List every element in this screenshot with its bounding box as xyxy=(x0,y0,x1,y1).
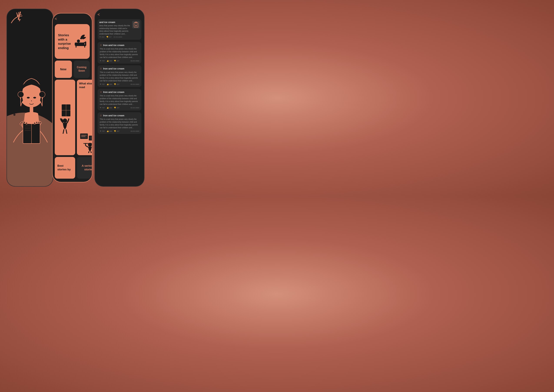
time-2: 00.00.0000 xyxy=(130,107,139,109)
surprise-illustration xyxy=(71,33,88,50)
dislikes-0: 👎 157 xyxy=(114,60,120,62)
svg-rect-27 xyxy=(85,42,86,46)
views-0: 👁 757 xyxy=(100,60,105,62)
svg-point-12 xyxy=(31,100,32,102)
story-desc-2: This is a sad story that poses very clea… xyxy=(100,94,139,105)
phone-left xyxy=(7,9,53,187)
story-top-icon xyxy=(132,21,140,28)
svg-rect-29 xyxy=(84,46,85,48)
time-3: 00.00.0000 xyxy=(130,130,139,132)
svg-point-18 xyxy=(40,122,42,124)
dislikes-2: 👎 157 xyxy=(114,107,120,109)
story-desc-3: This is a sad story that poses very clea… xyxy=(100,118,139,129)
svg-point-34 xyxy=(63,119,67,123)
card-new[interactable]: New xyxy=(55,61,72,78)
clipboard-icon xyxy=(134,22,138,28)
story-card-1[interactable]: ☆ Iron and ice cream This is a sad story… xyxy=(98,65,141,87)
svg-point-20 xyxy=(36,122,38,123)
card-new-label: New xyxy=(60,68,66,71)
story-list: ☆ Iron and ice cream This is a sad story… xyxy=(98,42,141,136)
story-title-row-3: ☆ Iron and ice cream xyxy=(100,114,139,117)
story-title-1: Iron and ice cream xyxy=(103,67,124,70)
card-surprise-title: Stories with a surprise ending xyxy=(58,33,71,50)
card-best-label: Best stories by xyxy=(57,164,72,171)
story-item-top[interactable]: and ice cream story that poses very clea… xyxy=(98,19,141,40)
card-coming-soon-label: Coming Soon xyxy=(74,66,90,72)
story-stats-0: 👁 757 👍 600 👎 157 00.00.0000 xyxy=(100,60,139,62)
svg-point-30 xyxy=(77,40,80,42)
svg-point-16 xyxy=(24,122,25,123)
dislikes-1: 👎 157 xyxy=(114,83,120,85)
card-surprise[interactable]: Stories with a surprise ending xyxy=(55,24,90,59)
views-2: 👁 757 xyxy=(100,107,105,109)
svg-point-15 xyxy=(21,122,23,124)
svg-point-19 xyxy=(38,122,40,123)
story-title-0: Iron and ice cream xyxy=(103,44,124,46)
cards-main-row: Best stories by What else to read xyxy=(55,80,90,179)
card-whatelse-label: What else to read xyxy=(79,82,92,89)
star-icon-0: ☆ xyxy=(100,44,102,47)
likes-0: 👍 600 xyxy=(107,60,112,62)
svg-point-10 xyxy=(27,97,30,99)
card-best-stories[interactable]: Best stories by xyxy=(55,157,75,179)
story-title-3: Iron and ice cream xyxy=(103,114,124,117)
card-coming-soon[interactable]: Coming Soon xyxy=(74,61,90,78)
star-icon-1: ☆ xyxy=(100,67,102,70)
card-series[interactable]: A series of stories xyxy=(77,157,92,179)
stat-views: 👁 600 xyxy=(99,36,105,38)
svg-point-24 xyxy=(45,109,48,112)
svg-rect-44 xyxy=(134,23,138,27)
card-series-label: A series of stories xyxy=(79,164,92,171)
star-icon-3: ☆ xyxy=(100,114,102,117)
likes-1: 👍 600 xyxy=(107,83,112,85)
story-stats-2: 👁 757 👍 600 👎 157 00.00.0000 xyxy=(100,107,139,109)
back-button-right[interactable]: < xyxy=(98,12,141,17)
dislikes-3: 👎 157 xyxy=(114,130,120,132)
new-illustration xyxy=(55,100,75,135)
stat-dislikes: 👎 157 xyxy=(106,36,112,38)
story-card-3[interactable]: ☆ Iron and ice cream This is a sad story… xyxy=(98,112,141,134)
story-stats-1: 👁 757 👍 600 👎 157 00.00.0000 xyxy=(100,83,139,85)
stat-time: 00.00.0000 xyxy=(113,36,122,38)
time-1: 00.00.0000 xyxy=(130,83,139,85)
phone-mid: < Stories with a surprise ending New xyxy=(52,13,92,182)
likes-2: 👍 600 xyxy=(107,107,112,109)
card-new-large[interactable] xyxy=(55,80,75,155)
card-what-else[interactable]: What else to read xyxy=(77,80,92,155)
svg-rect-28 xyxy=(76,46,77,48)
svg-point-9 xyxy=(39,91,45,98)
cards-row-new: New Coming Soon xyxy=(55,61,90,78)
story-top-stats: 👁 600 👎 157 00.00.0000 xyxy=(99,36,130,38)
story-desc-0: This is a sad story that poses very clea… xyxy=(100,48,139,59)
story-title-2: Iron and ice cream xyxy=(103,91,124,93)
svg-point-8 xyxy=(18,91,24,98)
views-1: 👁 757 xyxy=(100,83,105,85)
story-top-content: and ice cream story that poses very clea… xyxy=(99,21,130,38)
story-top-desc: story that poses very clearly the the re… xyxy=(99,24,130,35)
story-title-row-0: ☆ Iron and ice cream xyxy=(100,44,139,47)
svg-point-17 xyxy=(26,122,27,124)
time-0: 00.00.0000 xyxy=(130,60,139,62)
svg-point-23 xyxy=(13,114,15,116)
svg-rect-38 xyxy=(89,136,92,140)
story-desc-1: This is a sad story that poses very clea… xyxy=(100,71,139,82)
views-3: 👁 757 xyxy=(100,130,105,132)
likes-3: 👍 600 xyxy=(107,130,112,132)
story-card-0[interactable]: ☆ Iron and ice cream This is a sad story… xyxy=(98,42,141,63)
star-icon-2: ☆ xyxy=(100,91,102,94)
story-title-row-2: ☆ Iron and ice cream xyxy=(100,91,139,94)
svg-point-11 xyxy=(33,97,36,99)
left-column: Best stories by xyxy=(55,80,75,179)
right-column: What else to read xyxy=(77,80,92,179)
whatelse-illustration xyxy=(79,131,92,153)
svg-point-21 xyxy=(34,122,36,124)
back-button-mid[interactable]: < xyxy=(55,17,90,21)
story-top-title: and ice cream xyxy=(99,21,130,23)
story-title-row-1: ☆ Iron and ice cream xyxy=(100,67,139,70)
phone-right: < and ice cream story that poses very cl… xyxy=(94,9,144,187)
story-stats-3: 👁 757 👍 600 👎 157 00.00.0000 xyxy=(100,130,139,132)
story-card-2[interactable]: ☆ Iron and ice cream This is a sad story… xyxy=(98,89,141,111)
